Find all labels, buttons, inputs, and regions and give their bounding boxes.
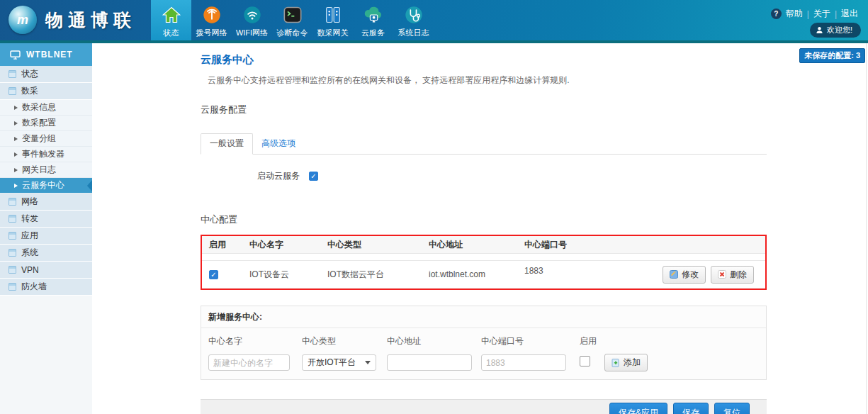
sidebar-item-cloud-service-center[interactable]: 云服务中心 <box>0 178 92 194</box>
link-divider: | <box>835 9 837 19</box>
center-config-table-highlight: 启用 中心名字 中心类型 中心地址 中心端口号 ✓ IOT设备云 IOT数据云平… <box>201 235 767 290</box>
reset-button[interactable]: 复位 <box>714 403 750 414</box>
nav-item-wifi-network[interactable]: WIFI网络 <box>232 0 272 40</box>
sidebar-item-application[interactable]: 应用 <box>0 228 92 245</box>
add-button[interactable]: 添加 <box>604 354 648 371</box>
page-title: 云服务中心 <box>201 53 767 67</box>
sidebar-item-label: 数采配置 <box>22 117 56 129</box>
row-enable-checkbox[interactable]: ✓ <box>209 270 218 279</box>
caret-right-icon <box>14 152 18 157</box>
unsaved-config-badge[interactable]: 未保存的配置: 3 <box>799 48 865 63</box>
cloud-icon <box>362 4 385 26</box>
sidebar-item-data-info[interactable]: 数采信息 <box>0 100 92 116</box>
sidebar-item-variable-group[interactable]: 变量分组 <box>0 131 92 147</box>
tab-advanced-options[interactable]: 高级选项 <box>253 134 304 154</box>
chevron-down-icon <box>365 361 371 364</box>
list-icon <box>9 70 16 78</box>
caret-right-icon <box>14 168 18 172</box>
help-link[interactable]: 帮助 <box>786 8 803 20</box>
tab-general-settings[interactable]: 一般设置 <box>201 133 253 155</box>
sidebar-item-label: VPN <box>21 265 39 275</box>
nav-item-system-log[interactable]: 系统日志 <box>393 0 434 40</box>
edit-icon <box>670 270 678 279</box>
sidebar-item-label: 状态 <box>21 68 38 80</box>
monitor-icon <box>10 50 21 60</box>
wifi-icon <box>241 4 264 26</box>
sidebar-item-vpn[interactable]: VPN <box>0 262 92 279</box>
center-address-input[interactable] <box>387 354 472 371</box>
sidebar-item-status[interactable]: 状态 <box>0 66 92 83</box>
col-center-port: 中心端口号 <box>524 239 765 251</box>
user-icon <box>816 26 823 34</box>
section-cloud-config-heading: 云服务配置 <box>201 103 767 116</box>
caret-right-icon <box>14 184 18 188</box>
col-center-type: 中心类型 <box>327 239 429 251</box>
nav-item-diagnostic-command[interactable]: 诊断命令 <box>272 0 312 40</box>
brand-logo: m 物通博联 <box>9 6 136 34</box>
sidebar: WTBLNET 状态 数采 数采信息 数采配置 变量分组 事件触发器 网关日志 … <box>0 43 92 414</box>
sidebar-item-firewall[interactable]: 防火墙 <box>0 279 92 296</box>
section-center-config-heading: 中心配置 <box>201 213 767 226</box>
add-service-center-form: 新增服务中心: 中心名字 中心类型 中心地址 中心端口号 启用 开放IOT平台 <box>201 306 767 380</box>
home-icon <box>160 4 183 26</box>
terminal-icon <box>281 4 304 26</box>
center-name-input[interactable] <box>208 354 290 371</box>
save-apply-button[interactable]: 保存&应用 <box>609 403 667 414</box>
list-icon <box>9 249 16 257</box>
col-center-name: 中心名字 <box>249 239 327 251</box>
sidebar-item-label: 数采信息 <box>22 101 56 113</box>
sidebar-item-label: 变量分组 <box>22 133 56 145</box>
sidebar-title-label: WTBLNET <box>26 50 73 60</box>
add-button-label: 添加 <box>624 357 641 369</box>
edit-button-label: 修改 <box>682 269 699 281</box>
welcome-pill[interactable]: 欢迎您! <box>810 23 861 38</box>
right-edge-divider <box>866 43 867 414</box>
logout-link[interactable]: 退出 <box>841 8 858 20</box>
add-form-labels: 中心名字 中心类型 中心地址 中心端口号 启用 <box>201 328 766 347</box>
save-button[interactable]: 保存 <box>673 403 709 414</box>
action-footer: 保存&应用 保存 复位 <box>201 399 767 414</box>
sidebar-item-forward[interactable]: 转发 <box>0 211 92 228</box>
delete-icon <box>718 270 726 279</box>
cell-center-type: IOT数据云平台 <box>327 269 429 281</box>
edit-button[interactable]: 修改 <box>663 266 706 284</box>
sidebar-item-network[interactable]: 网络 <box>0 194 92 211</box>
nav-item-data-gateway[interactable]: 数采网关 <box>312 0 353 40</box>
header-links: ? 帮助 | 关于 | 退出 <box>771 8 858 20</box>
top-header: m 物通博联 状态 拨号网络 WIFI网络 <box>0 0 868 40</box>
list-icon <box>9 266 16 274</box>
sidebar-item-label: 防火墙 <box>21 281 47 293</box>
enable-cloud-label: 启动云服务 <box>257 170 300 182</box>
center-type-select[interactable]: 开放IOT平台 <box>302 354 376 371</box>
top-nav: 状态 拨号网络 WIFI网络 诊断命令 <box>151 0 434 40</box>
sidebar-item-event-trigger[interactable]: 事件触发器 <box>0 147 92 162</box>
label-center-type: 中心类型 <box>302 328 387 347</box>
nav-item-dial-network[interactable]: 拨号网络 <box>191 0 232 40</box>
dial-network-icon <box>201 4 223 26</box>
caret-right-icon <box>14 137 18 141</box>
col-enable: 启用 <box>209 239 249 251</box>
globe-logo-icon: m <box>9 6 37 34</box>
sidebar-item-system[interactable]: 系统 <box>0 245 92 262</box>
sidebar-item-label: 系统 <box>21 247 38 259</box>
nav-item-status[interactable]: 状态 <box>151 0 191 40</box>
sidebar-item-data-collect[interactable]: 数采 <box>0 83 92 100</box>
cell-center-port: 1883 <box>524 266 543 284</box>
sidebar-item-data-config[interactable]: 数采配置 <box>0 116 92 131</box>
delete-button[interactable]: 删除 <box>711 266 754 284</box>
about-link[interactable]: 关于 <box>813 8 830 20</box>
new-center-enable-checkbox[interactable] <box>580 356 590 367</box>
center-port-input[interactable] <box>481 354 566 371</box>
add-form-inputs: 开放IOT平台 添加 <box>201 347 766 379</box>
sidebar-item-gateway-log[interactable]: 网关日志 <box>0 162 92 178</box>
label-center-name: 中心名字 <box>208 328 302 347</box>
main-panel: 未保存的配置: 3 云服务中心 云服务中心支持远程管理和监控所有的在线网关和设备… <box>92 43 868 414</box>
enable-cloud-checkbox[interactable]: ✓ <box>309 172 318 181</box>
table-row: ✓ IOT设备云 IOT数据云平台 iot.wtblnet.com 1883 修… <box>202 260 765 289</box>
brand-name: 物通博联 <box>45 9 136 32</box>
enable-cloud-row: 启动云服务 ✓ <box>201 170 767 182</box>
sidebar-item-label: 网络 <box>21 196 38 208</box>
sidebar-item-label: 云服务中心 <box>22 179 64 191</box>
cell-center-name: IOT设备云 <box>249 269 327 281</box>
nav-item-cloud-service[interactable]: 云服务 <box>353 0 393 40</box>
